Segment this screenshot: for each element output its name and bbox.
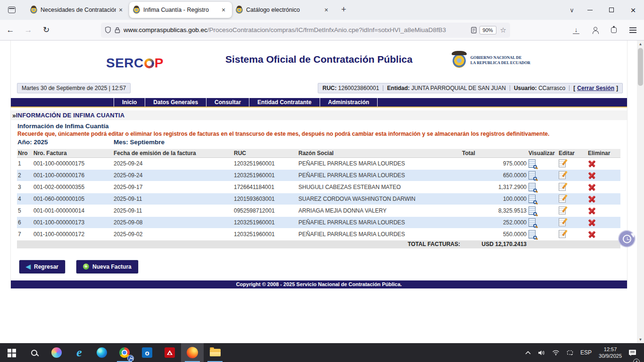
editar-icon[interactable] xyxy=(559,171,566,179)
browser-tab[interactable]: Necesidades de Contratación y × xyxy=(26,2,129,18)
nueva-factura-button[interactable]: + Nueva Factura xyxy=(76,260,138,273)
eliminar-icon[interactable] xyxy=(588,195,596,203)
taskbar-chrome-button[interactable] xyxy=(113,343,136,362)
visualizar-icon[interactable] xyxy=(528,206,536,215)
account-button[interactable] xyxy=(587,23,603,38)
taskbar-copilot-button[interactable] xyxy=(45,343,68,362)
taskbar-ie-button[interactable]: e xyxy=(68,343,91,362)
clock-tray[interactable]: 12:57 30/9/2025 xyxy=(596,346,625,359)
back-arrow-icon: ◀ xyxy=(26,263,31,270)
editar-icon[interactable] xyxy=(559,159,566,167)
taskbar-search-button[interactable] xyxy=(23,343,45,362)
plus-icon: + xyxy=(83,263,89,270)
eliminar-icon[interactable] xyxy=(588,183,596,191)
editar-icon[interactable] xyxy=(559,230,566,238)
new-tab-button[interactable]: + xyxy=(337,2,351,16)
visualizar-icon[interactable] xyxy=(528,230,536,239)
logout-link[interactable]: Cerrar Sesión xyxy=(577,85,614,91)
pencil-icon xyxy=(562,230,567,236)
cell-factura: 001-100-000000175 xyxy=(33,157,113,169)
forward-button[interactable]: → xyxy=(21,23,36,38)
taskbar-explorer-button[interactable] xyxy=(204,343,226,362)
vertical-scrollbar[interactable]: ▲ ▼ xyxy=(637,41,644,343)
menu-item-inicio[interactable]: Inicio xyxy=(114,98,145,107)
eliminar-icon[interactable] xyxy=(588,172,596,179)
taskbar-outlook-button[interactable]: o xyxy=(136,343,158,362)
volume-button[interactable] xyxy=(536,343,548,362)
tab-close-icon[interactable]: × xyxy=(116,5,125,15)
eliminar-icon[interactable] xyxy=(588,160,596,167)
address-bar[interactable]: www.compraspublicas.gob.ec/ProcesoContra… xyxy=(101,23,510,38)
bookmark-star-icon[interactable]: ☆ xyxy=(500,26,506,34)
editar-icon[interactable] xyxy=(559,183,566,191)
menu-item-entidad-contratante[interactable]: Entidad Contratante xyxy=(249,98,320,107)
cell-ruc: 1201593603001 xyxy=(233,193,297,205)
chrome-profile-badge xyxy=(127,355,134,362)
browser-tab[interactable]: Catálogo electrónico × xyxy=(232,2,335,18)
maximize-button[interactable] xyxy=(601,0,622,20)
table-row: 5 001-001-000000014 2025-09-11 095259871… xyxy=(17,205,620,216)
scroll-up-arrow[interactable]: ▲ xyxy=(637,41,644,48)
taskbar-acrobat-button[interactable] xyxy=(158,343,181,362)
menu-item-consultar[interactable]: Consultar xyxy=(206,98,249,107)
regresar-button[interactable]: ◀ Regresar xyxy=(19,260,65,273)
cell-ruc: 1203251960001 xyxy=(233,216,297,228)
eliminar-icon[interactable] xyxy=(588,230,596,238)
floating-timer-widget[interactable] xyxy=(618,230,636,247)
scrollbar-thumb[interactable] xyxy=(638,48,643,86)
speaker-icon xyxy=(538,350,545,356)
tray-expand-button[interactable] xyxy=(522,343,534,362)
menu-item-datos-generales[interactable]: Datos Generales xyxy=(145,98,206,107)
warning-text: Recuerde que, únicamente podrá editar o … xyxy=(17,131,627,137)
visualizar-icon[interactable] xyxy=(528,195,536,203)
extension-button[interactable] xyxy=(606,23,621,38)
editar-icon[interactable] xyxy=(559,206,566,214)
tab-title: Infima Cuantía - Registro xyxy=(143,7,219,13)
visualizar-icon[interactable] xyxy=(528,183,536,191)
start-button[interactable] xyxy=(0,343,23,362)
eliminar-icon[interactable] xyxy=(588,219,596,226)
visualizar-icon[interactable] xyxy=(528,159,536,168)
visualizar-icon[interactable] xyxy=(528,218,536,227)
cell-nro: 4 xyxy=(17,193,33,205)
page-viewport: SERCP Sistema Oficial de Contratación Pú… xyxy=(0,41,644,343)
app-menu-button[interactable] xyxy=(625,23,640,38)
tab-close-icon[interactable]: × xyxy=(219,5,228,15)
table-row: 3 001-002-000000355 2025-09-17 172664118… xyxy=(17,181,620,193)
lock-icon[interactable] xyxy=(115,27,120,33)
editar-icon[interactable] xyxy=(559,195,566,203)
shield-icon[interactable] xyxy=(105,26,111,33)
editar-icon[interactable] xyxy=(559,218,566,226)
minimize-button[interactable] xyxy=(579,0,601,20)
cast-button[interactable] xyxy=(564,343,576,362)
menu-item-administración[interactable]: Administración xyxy=(320,98,378,107)
taskbar-firefox-button[interactable] xyxy=(181,343,204,362)
minimize-icon xyxy=(587,10,593,10)
cell-total: 8,325.9513 xyxy=(461,205,528,216)
taskbar-edge-button[interactable] xyxy=(91,343,113,362)
reader-mode-icon[interactable] xyxy=(471,27,477,33)
browser-tab[interactable]: Infima Cuantía - Registro × xyxy=(129,2,232,18)
close-button[interactable]: × xyxy=(622,0,644,20)
zoom-level-chip[interactable]: 90% xyxy=(479,26,496,34)
list-all-tabs-icon[interactable]: ∨ xyxy=(565,7,579,14)
wifi-button[interactable] xyxy=(550,343,562,362)
column-header: Nro. Factura xyxy=(33,149,113,157)
entidad-label: Entidad: xyxy=(387,85,410,91)
column-header: Eliminar xyxy=(587,149,620,157)
downloads-button[interactable]: ↓ xyxy=(569,23,584,38)
tab-close-icon[interactable]: × xyxy=(322,5,331,15)
cell-fecha: 2025-09-08 xyxy=(113,216,233,228)
firefox-view-button[interactable] xyxy=(4,2,20,18)
eliminar-icon[interactable] xyxy=(588,207,596,214)
reload-button[interactable]: ↻ xyxy=(39,23,54,38)
visualizar-icon[interactable] xyxy=(528,171,536,180)
cell-factura: 001-100-000000172 xyxy=(33,228,113,240)
cell-total: 1,317.2900 xyxy=(461,181,528,193)
cell-razon: ARRIAGA MEJIA DONNA VALERY xyxy=(297,205,461,216)
cell-total: 650.0000 xyxy=(461,169,528,181)
language-indicator[interactable]: ESP xyxy=(578,343,594,362)
back-button[interactable]: ← xyxy=(3,23,18,38)
scroll-down-arrow[interactable]: ▼ xyxy=(637,336,644,343)
notification-center-button[interactable]: 4 xyxy=(627,343,641,362)
